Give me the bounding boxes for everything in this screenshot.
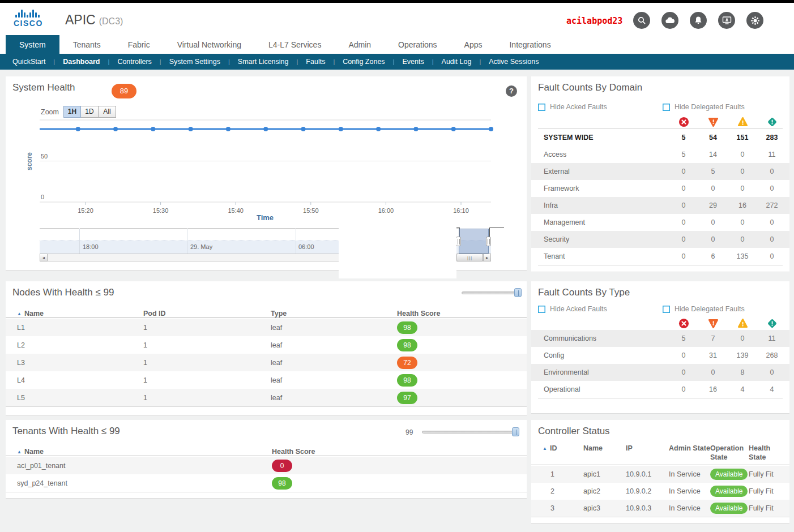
subnav-dashboard[interactable]: Dashboard bbox=[63, 58, 100, 66]
tenants-health-slider[interactable] bbox=[422, 427, 518, 436]
row-label: Communications bbox=[544, 334, 669, 342]
tab-integrations[interactable]: Integrations bbox=[496, 35, 564, 54]
cloud-button[interactable] bbox=[661, 12, 678, 29]
tab-l4-l7-services[interactable]: L4-L7 Services bbox=[255, 35, 335, 54]
col-pod-id[interactable]: Pod ID bbox=[143, 310, 271, 318]
subnav-audit-log[interactable]: Audit Log bbox=[442, 58, 472, 66]
subnav-controllers[interactable]: Controllers bbox=[117, 58, 151, 66]
health-score-pill: 0 bbox=[272, 460, 292, 472]
hide-delegated-checkbox[interactable] bbox=[663, 104, 670, 111]
tab-operations[interactable]: Operations bbox=[385, 35, 450, 54]
table-row[interactable]: L51leaf97 bbox=[6, 389, 527, 406]
table-row[interactable]: Framework0000 bbox=[531, 180, 789, 197]
subnav-smart-licensing[interactable]: Smart Licensing bbox=[238, 58, 289, 66]
table-row[interactable]: L31leaf72 bbox=[6, 354, 527, 371]
subnav-events[interactable]: Events bbox=[402, 58, 424, 66]
hide-acked-checkbox[interactable] bbox=[538, 306, 545, 313]
sessions-button[interactable] bbox=[718, 12, 735, 29]
col-id[interactable]: ▲ID bbox=[543, 443, 583, 453]
table-row[interactable]: aci_p01_tenant0 bbox=[6, 457, 527, 474]
sort-asc-icon: ▲ bbox=[17, 449, 22, 454]
slider-track[interactable] bbox=[422, 431, 518, 434]
scrollbar-right-arrow[interactable]: ▸ bbox=[483, 254, 491, 261]
tab-system[interactable]: System bbox=[6, 35, 59, 54]
controller-id: 2 bbox=[543, 487, 583, 495]
col-ip[interactable]: IP bbox=[626, 443, 669, 453]
scrollbar-thumb[interactable]: ||| bbox=[456, 254, 483, 261]
hide-acked-checkbox[interactable] bbox=[538, 104, 545, 111]
col-type[interactable]: Type bbox=[271, 310, 397, 318]
col-health-score[interactable]: Health Score bbox=[397, 310, 527, 318]
subnav-faults[interactable]: Faults bbox=[306, 58, 325, 66]
col-name[interactable]: Name bbox=[583, 443, 626, 453]
table-row[interactable]: Access514011 bbox=[531, 146, 789, 163]
minor-count: 0 bbox=[728, 235, 757, 243]
hide-delegated-checkbox[interactable] bbox=[663, 306, 670, 313]
table-row[interactable]: L41leaf98 bbox=[6, 371, 527, 389]
sort-asc-icon: ▲ bbox=[543, 445, 547, 451]
warning-count: 4 bbox=[757, 385, 787, 393]
minor-count: 139 bbox=[728, 351, 757, 359]
table-row[interactable]: Communications57011 bbox=[531, 330, 789, 347]
zoom-1h-button[interactable]: 1H bbox=[63, 106, 81, 118]
zoom-all-button[interactable]: All bbox=[99, 106, 116, 118]
row-label: Management bbox=[544, 218, 669, 226]
health-score-pill: 98 bbox=[397, 339, 417, 351]
table-row[interactable]: 2apic210.9.0.2In ServiceAvailableFully F… bbox=[531, 483, 789, 500]
col-operation-state[interactable]: Operation State bbox=[710, 443, 749, 462]
nodes-health-slider[interactable] bbox=[462, 288, 520, 297]
health-score-pill: 97 bbox=[397, 392, 417, 404]
table-row[interactable]: L21leaf98 bbox=[6, 336, 527, 354]
col-admin-state[interactable]: Admin State bbox=[669, 443, 710, 453]
table-row[interactable]: syd_p24_tenant98 bbox=[6, 474, 527, 492]
col-name[interactable]: ▲Name bbox=[17, 448, 272, 456]
node-type: leaf bbox=[271, 341, 397, 349]
table-row[interactable]: L11leaf98 bbox=[6, 319, 527, 336]
tenant-name: aci_p01_tenant bbox=[17, 462, 272, 470]
subnav-active-sessions[interactable]: Active Sessions bbox=[489, 58, 539, 66]
tab-apps[interactable]: Apps bbox=[451, 35, 496, 54]
table-row[interactable]: Security0000 bbox=[531, 231, 789, 248]
tab-admin[interactable]: Admin bbox=[335, 35, 385, 54]
subnav-separator: | bbox=[393, 58, 395, 65]
slider-track[interactable] bbox=[462, 291, 520, 294]
col-health-score[interactable]: Health Score bbox=[272, 448, 527, 456]
table-row[interactable]: Management0000 bbox=[531, 214, 789, 231]
table-row[interactable]: Config031139268 bbox=[531, 347, 789, 364]
subnav-quickstart[interactable]: QuickStart bbox=[12, 58, 45, 66]
table-row[interactable]: Infra02916272 bbox=[531, 197, 789, 214]
navigator-right-handle[interactable] bbox=[486, 237, 491, 246]
critical-count: 0 bbox=[669, 185, 698, 192]
scrollbar-left-arrow[interactable]: ◂ bbox=[40, 254, 48, 261]
search-button[interactable] bbox=[633, 12, 650, 29]
navigator-left-handle[interactable] bbox=[456, 237, 461, 246]
alerts-button[interactable] bbox=[690, 12, 707, 29]
help-icon[interactable]: ? bbox=[506, 85, 517, 97]
tab-tenants[interactable]: Tenants bbox=[59, 35, 114, 54]
pod-id: 1 bbox=[143, 341, 271, 349]
table-row[interactable]: 1apic110.9.0.1In ServiceAvailableFully F… bbox=[531, 466, 789, 483]
controller-ip: 10.9.0.2 bbox=[626, 487, 669, 495]
navigator-selection[interactable] bbox=[459, 229, 489, 254]
col-health-state[interactable]: Health State bbox=[749, 443, 789, 462]
table-row[interactable]: Operational01644 bbox=[531, 381, 789, 398]
table-row[interactable]: Tenant061350 bbox=[531, 248, 789, 265]
zoom-1d-button[interactable]: 1D bbox=[81, 106, 99, 118]
tab-fabric[interactable]: Fabric bbox=[114, 35, 164, 54]
app-name: APIC bbox=[65, 12, 96, 27]
col-name[interactable]: ▲Name bbox=[17, 310, 143, 318]
slider-handle[interactable] bbox=[512, 427, 519, 436]
table-row[interactable]: 3apic310.9.0.3In ServiceAvailableFully F… bbox=[531, 500, 789, 517]
subnav-config-zones[interactable]: Config Zones bbox=[343, 58, 385, 66]
minor-count: 4 bbox=[728, 385, 757, 393]
table-row[interactable]: External0500 bbox=[531, 163, 789, 180]
logged-in-user[interactable]: acilabpod23 bbox=[566, 16, 622, 26]
slider-handle[interactable] bbox=[514, 288, 522, 297]
health-state: Fully Fit bbox=[749, 487, 789, 495]
health-score-pill: 72 bbox=[397, 357, 417, 369]
tab-virtual-networking[interactable]: Virtual Networking bbox=[164, 35, 255, 54]
settings-button[interactable] bbox=[746, 12, 763, 29]
subnav-system-settings[interactable]: System Settings bbox=[169, 58, 220, 66]
table-row[interactable]: Environmental0080 bbox=[531, 364, 789, 381]
controllers-table-header: ▲ID Name IP Admin State Operation State … bbox=[531, 443, 789, 465]
